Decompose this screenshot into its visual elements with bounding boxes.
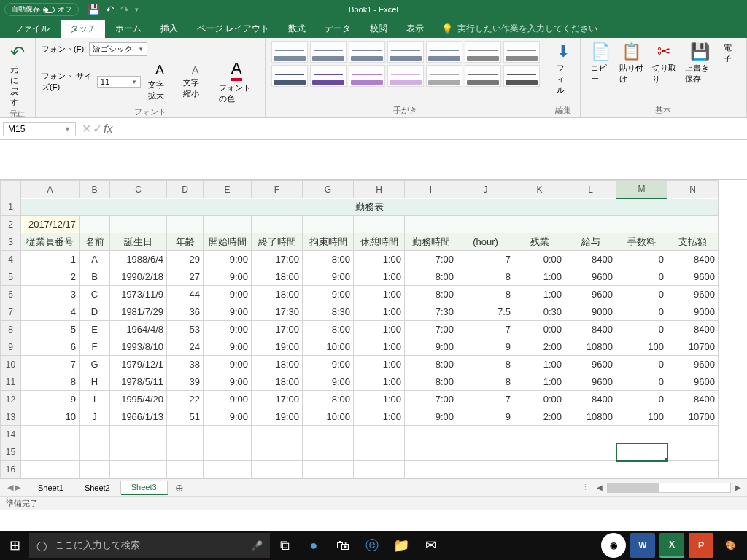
cell[interactable]: 0: [616, 356, 667, 373]
cell[interactable]: [204, 443, 252, 461]
cell[interactable]: 27: [167, 268, 204, 286]
cell[interactable]: [204, 426, 252, 443]
worksheet-grid[interactable]: ABCDEFGHIJKLMN1勤務表22017/12/173従業員番号名前誕生日…: [0, 180, 747, 478]
scrollbar-thumb[interactable]: [608, 483, 659, 492]
cell[interactable]: 8:00: [405, 286, 457, 303]
enter-icon[interactable]: ✓: [93, 122, 102, 136]
cell[interactable]: 1:00: [354, 321, 405, 338]
cell[interactable]: 1:00: [354, 391, 405, 408]
cell[interactable]: 10800: [565, 408, 616, 426]
cell[interactable]: 2:00: [514, 408, 565, 426]
cell[interactable]: 9600: [565, 356, 616, 373]
column-header[interactable]: F: [252, 181, 303, 198]
cell[interactable]: 1973/11/9: [110, 286, 167, 303]
cell[interactable]: [110, 443, 167, 461]
cell[interactable]: [80, 461, 110, 478]
cell[interactable]: [303, 216, 354, 233]
explorer-icon[interactable]: 📁: [387, 531, 416, 560]
tab-page-layout[interactable]: ページ レイアウト: [188, 20, 278, 38]
cell[interactable]: 9600: [667, 356, 719, 373]
formula-input[interactable]: [117, 118, 747, 139]
cell[interactable]: [204, 216, 252, 233]
cell[interactable]: [167, 461, 204, 478]
scroll-right-icon[interactable]: ▶: [732, 483, 744, 491]
cell[interactable]: 1995/4/20: [110, 391, 167, 408]
cell[interactable]: [667, 426, 719, 443]
cell[interactable]: 1966/1/13: [110, 408, 167, 426]
cell[interactable]: [667, 461, 719, 478]
cell[interactable]: 1981/7/29: [110, 303, 167, 321]
cell[interactable]: [21, 461, 80, 478]
cell[interactable]: 10800: [565, 338, 616, 356]
fill-button[interactable]: ⬇フィル: [552, 41, 574, 97]
cell[interactable]: 24: [167, 338, 204, 356]
cell[interactable]: 9: [457, 338, 514, 356]
cell[interactable]: 100: [616, 408, 667, 426]
cell[interactable]: 1:00: [354, 356, 405, 373]
pen-style[interactable]: [426, 41, 462, 63]
header-cell[interactable]: 勤務時間: [405, 233, 457, 251]
column-header[interactable]: N: [667, 181, 719, 198]
cell[interactable]: [303, 443, 354, 461]
cell[interactable]: 1:00: [514, 373, 565, 391]
cell[interactable]: 9: [21, 391, 80, 408]
cell[interactable]: 0: [616, 391, 667, 408]
cell[interactable]: 18:00: [252, 356, 303, 373]
row-header[interactable]: 10: [1, 356, 21, 373]
pen-style[interactable]: [310, 41, 347, 63]
cell[interactable]: 8: [457, 373, 514, 391]
size-combo[interactable]: 11▼: [97, 76, 141, 88]
tab-file[interactable]: ファイル: [4, 20, 60, 38]
pen-style[interactable]: [271, 41, 308, 63]
tab-home[interactable]: ホーム: [107, 20, 150, 38]
cell[interactable]: [252, 443, 303, 461]
cell[interactable]: 9600: [667, 373, 719, 391]
excel-icon[interactable]: X: [659, 533, 684, 558]
scroll-left-icon[interactable]: ◀: [594, 483, 605, 491]
cell[interactable]: 1:00: [514, 286, 565, 303]
cell[interactable]: [167, 426, 204, 443]
cell[interactable]: 8400: [667, 321, 719, 338]
pen-style[interactable]: [465, 65, 501, 87]
cell[interactable]: 5: [21, 321, 80, 338]
pen-style[interactable]: [310, 65, 347, 87]
cell[interactable]: [80, 216, 110, 233]
cell[interactable]: [514, 461, 565, 478]
row-header[interactable]: 8: [1, 321, 21, 338]
sheet-tab-2[interactable]: Sheet2: [74, 481, 121, 494]
cell[interactable]: B: [80, 268, 110, 286]
cell[interactable]: 10:00: [303, 338, 354, 356]
cell[interactable]: 0: [616, 373, 667, 391]
header-cell[interactable]: 休憩時間: [354, 233, 405, 251]
cell[interactable]: 39: [167, 373, 204, 391]
cell[interactable]: E: [80, 321, 110, 338]
cell[interactable]: [667, 216, 719, 233]
cell[interactable]: [405, 216, 457, 233]
enlarge-button[interactable]: A文字拡大: [144, 61, 177, 103]
header-cell[interactable]: (hour): [457, 233, 514, 251]
cell[interactable]: 44: [167, 286, 204, 303]
sheet-nav[interactable]: ◀▶: [0, 483, 28, 492]
cell[interactable]: F: [80, 338, 110, 356]
row-header[interactable]: 7: [1, 303, 21, 321]
cell[interactable]: [457, 461, 514, 478]
column-header[interactable]: H: [354, 181, 405, 198]
column-header[interactable]: C: [110, 181, 167, 198]
redo-icon[interactable]: ↷: [120, 4, 129, 15]
store-icon[interactable]: 🛍: [328, 531, 357, 560]
add-sheet-button[interactable]: ⊕: [168, 482, 191, 494]
cell[interactable]: 8: [457, 286, 514, 303]
cell[interactable]: 7: [457, 321, 514, 338]
cell[interactable]: 1:00: [514, 356, 565, 373]
cancel-icon[interactable]: ✕: [82, 122, 91, 136]
cell[interactable]: [303, 426, 354, 443]
cell[interactable]: 0:00: [514, 251, 565, 268]
cell[interactable]: [514, 443, 565, 461]
cell[interactable]: 8:00: [405, 373, 457, 391]
cell[interactable]: 6: [21, 338, 80, 356]
cell[interactable]: 8:00: [303, 251, 354, 268]
cell[interactable]: 1:00: [354, 268, 405, 286]
pen-style[interactable]: [503, 65, 540, 87]
cell[interactable]: 8:00: [405, 356, 457, 373]
cell[interactable]: [80, 443, 110, 461]
